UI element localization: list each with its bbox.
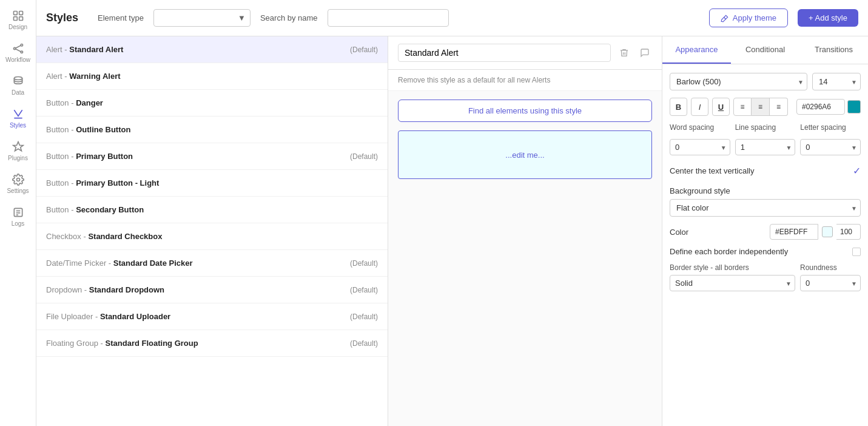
text-format-row: B I U ≡ ≡ ≡ [670, 98, 861, 116]
text-color-input[interactable] [796, 99, 845, 115]
color-label: Color [670, 228, 688, 237]
data-icon [12, 75, 24, 87]
line-spacing-wrapper: 1 ▼ [735, 139, 796, 155]
border-style-select[interactable]: Solid [670, 275, 795, 291]
svg-rect-2 [13, 17, 17, 21]
sidebar-item-label: Styles [10, 122, 26, 129]
wand-icon [721, 14, 729, 22]
sidebar-item-logs[interactable]: Logs [2, 201, 34, 232]
style-item-badge: (Default) [350, 313, 378, 321]
font-family-select[interactable]: Barlow (500) [670, 73, 807, 90]
list-item[interactable]: Button - Secondary Button [36, 197, 388, 223]
font-size-select[interactable]: 14 [812, 73, 861, 90]
bg-color-swatch[interactable] [822, 226, 833, 237]
style-item-name: Checkbox - Standard Checkbox [46, 232, 162, 241]
sidebar-item-settings[interactable]: Settings [2, 169, 34, 199]
underline-button[interactable]: U [712, 98, 730, 116]
style-name-bar [388, 36, 662, 70]
list-item[interactable]: File Uploader - Standard Uploader (Defau… [36, 303, 388, 330]
element-type-select[interactable] [153, 9, 251, 27]
style-item-name: Button - Outline Button [46, 125, 130, 134]
apply-theme-button[interactable]: Apply theme [709, 8, 788, 27]
center-text-label: Center the text vertically [670, 166, 754, 175]
svg-point-4 [13, 47, 15, 49]
style-name-input[interactable] [398, 44, 611, 62]
tab-transitions[interactable]: Transitions [799, 36, 868, 64]
bg-style-select-wrapper: Flat color ▼ [670, 199, 861, 217]
text-color-swatch[interactable] [847, 100, 861, 113]
find-elements-button[interactable]: Find all elements using this style [398, 100, 652, 122]
style-item-name: Button - Danger [46, 98, 103, 107]
roundness-column: Roundness 0 ▼ [800, 263, 861, 291]
design-icon [12, 10, 24, 22]
background-style-label: Background style [670, 186, 861, 195]
list-item[interactable]: Dropdown - Standard Dropdown (Default) [36, 277, 388, 303]
border-independent-label: Define each border independently [670, 247, 788, 256]
body-area: Alert - Standard Alert (Default) Alert -… [36, 36, 868, 426]
color-opacity-input[interactable] [836, 224, 861, 240]
sidebar-item-design[interactable]: Design [2, 5, 34, 35]
svg-point-6 [21, 51, 22, 53]
align-right-button[interactable]: ≡ [770, 98, 788, 116]
sidebar-item-label: Data [12, 89, 24, 96]
list-item[interactable]: Button - Primary Button (Default) [36, 143, 388, 170]
line-spacing-select[interactable]: 1 [735, 139, 796, 155]
tab-appearance[interactable]: Appearance [662, 36, 731, 64]
align-center-button[interactable]: ≡ [752, 98, 770, 116]
style-subtitle: Remove this style as a default for all n… [388, 70, 662, 91]
word-spacing-select[interactable]: 0 [670, 139, 730, 155]
page-title: Styles [46, 12, 78, 24]
style-item-badge: (Default) [350, 46, 378, 54]
svg-line-7 [15, 46, 20, 48]
list-item[interactable]: Button - Danger [36, 90, 388, 117]
align-left-button[interactable]: ≡ [733, 98, 752, 116]
background-style-select[interactable]: Flat color [670, 199, 861, 217]
color-row: Color [670, 224, 861, 240]
style-item-name: Alert - Warning Alert [46, 72, 121, 81]
sidebar-item-workflow[interactable]: Workflow [2, 38, 34, 68]
bg-style-row: Flat color ▼ [670, 199, 861, 217]
right-tabs: Appearance Conditional Transitions [662, 36, 868, 64]
list-item[interactable]: Button - Outline Button [36, 117, 388, 143]
sidebar-item-data[interactable]: Data [2, 70, 34, 101]
search-by-name-label: Search by name [260, 13, 318, 22]
style-item-badge: (Default) [350, 339, 378, 348]
style-item-name: Floating Group - Standard Floating Group [46, 339, 198, 348]
right-panel-content: Barlow (500) ▼ 14 ▼ B I U [662, 64, 868, 300]
sidebar-item-styles[interactable]: Styles [2, 103, 34, 134]
svg-rect-3 [19, 17, 22, 21]
preview-box[interactable]: ...edit me... [398, 130, 652, 179]
add-style-label: + Add style [809, 13, 847, 22]
main-area: Styles Element type ▼ Search by name App… [36, 0, 868, 426]
comment-icon-button[interactable] [638, 46, 652, 60]
search-input[interactable] [328, 9, 449, 27]
bold-button[interactable]: B [670, 98, 687, 116]
tab-conditional[interactable]: Conditional [731, 36, 799, 64]
list-item[interactable]: Checkbox - Standard Checkbox [36, 223, 388, 250]
right-panel: Appearance Conditional Transitions Barlo… [662, 36, 868, 426]
border-style-label: Border style - all borders [670, 263, 795, 272]
color-hex-input[interactable] [770, 224, 818, 240]
list-item[interactable]: Date/Time Picker - Standard Date Picker … [36, 250, 388, 277]
style-item-name: Button - Primary Button [46, 152, 133, 161]
style-item-name: Dropdown - Standard Dropdown [46, 285, 164, 294]
list-item[interactable]: Button - Primary Button - Light [36, 170, 388, 197]
preview-text: ...edit me... [505, 150, 544, 160]
settings-icon [12, 174, 24, 186]
roundness-select[interactable]: 0 [800, 275, 861, 291]
border-independent-checkbox[interactable] [852, 248, 861, 256]
checkmark-icon: ✓ [853, 165, 861, 177]
list-item[interactable]: Alert - Warning Alert [36, 63, 388, 90]
font-family-wrapper: Barlow (500) ▼ [670, 73, 807, 90]
find-elements-label: Find all elements using this style [468, 106, 582, 115]
roundness-select-wrapper: 0 ▼ [800, 275, 861, 291]
sidebar-item-plugins[interactable]: Plugins [2, 136, 34, 166]
list-item[interactable]: Alert - Standard Alert (Default) [36, 36, 388, 63]
delete-icon-button[interactable] [617, 46, 631, 60]
add-style-button[interactable]: + Add style [798, 9, 858, 27]
color-row-right [770, 224, 861, 240]
list-item[interactable]: Floating Group - Standard Floating Group… [36, 330, 388, 357]
align-group: ≡ ≡ ≡ [733, 98, 788, 116]
italic-button[interactable]: I [691, 98, 708, 116]
letter-spacing-select[interactable]: 0 [800, 139, 861, 155]
